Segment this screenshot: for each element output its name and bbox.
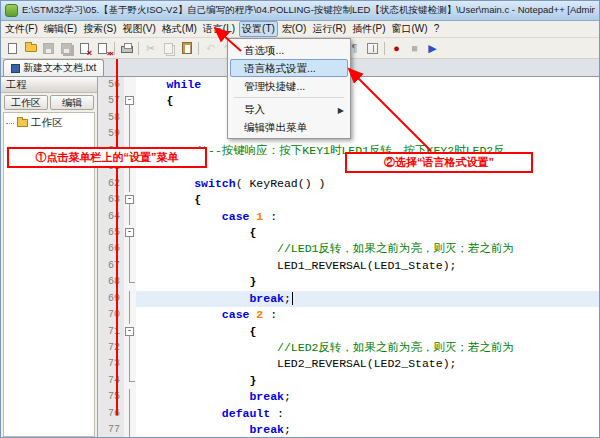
fold-line — [129, 389, 130, 405]
toolbar-separator — [384, 42, 385, 55]
fold-margin — [124, 258, 136, 274]
menu-item-9[interactable]: 运行(R) — [310, 21, 348, 37]
code-text[interactable]: default : — [136, 406, 599, 422]
code-line: 75 break; — [98, 389, 599, 405]
menu-separator — [234, 97, 344, 98]
code-text[interactable] — [136, 110, 599, 126]
fold-margin: - — [124, 225, 136, 241]
code-line: 74 } — [98, 373, 599, 389]
workspace-tree-item[interactable]: 工作区 — [6, 116, 92, 130]
project-panel: 工程 工作区 编辑 工作区 — [1, 77, 98, 438]
fold-margin — [124, 340, 136, 356]
fold-toggle-icon[interactable]: - — [125, 228, 134, 237]
fold-margin — [124, 389, 136, 405]
fold-margin — [124, 373, 136, 389]
code-text[interactable]: //LED1反转，如果之前为亮，则灭；若之前为 — [136, 241, 599, 257]
copy-icon[interactable] — [160, 40, 177, 57]
fold-toggle-icon[interactable]: - — [125, 327, 134, 336]
toolbar-separator — [138, 42, 139, 55]
menu-item-5[interactable]: 格式(M) — [160, 21, 199, 37]
stop-macro-icon[interactable]: ■ — [406, 40, 423, 57]
fold-margin — [124, 307, 136, 323]
code-text[interactable]: { — [136, 225, 599, 241]
close-icon-glyph — [80, 43, 89, 54]
code-text[interactable]: break; — [136, 291, 599, 307]
fold-margin — [124, 356, 136, 372]
code-text[interactable]: } — [136, 274, 599, 290]
title-bar: E:\STM32学习\05.【基于野火ISO-V2】自己编写的程序\04.POL… — [1, 1, 599, 21]
tree-branch-line — [6, 123, 14, 124]
menu-item-6[interactable]: 语言(L) — [201, 21, 237, 37]
menu-item-8[interactable]: 宏(O) — [280, 21, 308, 37]
fold-end-tick — [129, 381, 135, 382]
tab-document[interactable]: 新建文本文档.txt — [3, 59, 104, 76]
code-line: 73 LED2_REVERSAL(LED2_State); — [98, 356, 599, 372]
code-text[interactable]: LED2_REVERSAL(LED2_State); — [136, 356, 599, 372]
save-all-icon[interactable] — [58, 40, 75, 57]
code-line: 64 case 1 : — [98, 209, 599, 225]
fold-margin — [124, 126, 136, 142]
fold-margin — [124, 77, 136, 93]
line-number: 67 — [98, 258, 124, 274]
indent-guide-icon[interactable] — [364, 40, 381, 57]
fold-margin: - — [124, 93, 136, 109]
menu-item-1[interactable]: 文件(F) — [3, 21, 40, 37]
print-icon[interactable] — [118, 40, 135, 57]
menu-item-11[interactable]: 窗口(W) — [390, 21, 430, 37]
edit-button[interactable]: 编辑 — [50, 95, 94, 110]
code-text[interactable]: case 2 : — [136, 307, 599, 323]
menu-item-7[interactable]: 设置(T) — [239, 21, 278, 37]
fold-toggle-icon[interactable]: - — [125, 195, 134, 204]
line-number: 65 — [98, 225, 124, 241]
record-macro-icon[interactable]: ● — [388, 40, 405, 57]
code-text[interactable]: while — [136, 77, 599, 93]
cut-icon[interactable]: ✂ — [142, 40, 159, 57]
save-icon[interactable] — [40, 40, 57, 57]
fold-margin — [124, 110, 136, 126]
settings-menu-item-6[interactable]: 编辑弹出菜单 — [230, 118, 348, 136]
line-number: 70 — [98, 307, 124, 323]
code-text[interactable] — [136, 126, 599, 142]
menu-item-10[interactable]: 插件(P) — [350, 21, 387, 37]
play-macro-icon[interactable]: ▶ — [424, 40, 441, 57]
code-line: 67 LED1_REVERSAL(LED1_State); — [98, 258, 599, 274]
close-icon[interactable] — [76, 40, 93, 57]
code-line: 77 break; — [98, 422, 599, 438]
new-file-icon[interactable] — [4, 40, 21, 57]
settings-menu-item-1[interactable]: 首选项... — [230, 41, 348, 59]
tab-label: 新建文本文档.txt — [23, 61, 96, 75]
paste-icon[interactable] — [178, 40, 195, 57]
open-folder-icon[interactable] — [22, 40, 39, 57]
code-text[interactable]: } — [136, 373, 599, 389]
code-text[interactable]: break; — [136, 389, 599, 405]
settings-menu-item-3[interactable]: 管理快捷键... — [230, 77, 348, 95]
code-line: 68 } — [98, 274, 599, 290]
menu-item-3[interactable]: 搜索(S) — [81, 21, 118, 37]
code-text[interactable]: LED1_REVERSAL(LED1_State); — [136, 258, 599, 274]
settings-menu-item-5[interactable]: 导入▶ — [230, 100, 348, 118]
undo-icon-glyph: ↶ — [206, 43, 215, 54]
toolbar-separator — [114, 42, 115, 55]
fold-line — [129, 176, 130, 192]
fold-line — [129, 422, 130, 438]
code-text[interactable]: switch( KeyRead() ) — [136, 176, 599, 192]
code-text[interactable]: break; — [136, 422, 599, 438]
line-number: 73 — [98, 356, 124, 372]
settings-menu-item-2[interactable]: 语言格式设置... — [230, 59, 348, 77]
workspace-button[interactable]: 工作区 — [4, 95, 48, 110]
line-number: 76 — [98, 406, 124, 422]
line-number: 58 — [98, 110, 124, 126]
code-text[interactable]: case 1 : — [136, 209, 599, 225]
menu-item-12[interactable]: ? — [432, 21, 442, 37]
menu-item-4[interactable]: 视图(V) — [120, 21, 157, 37]
menu-item-2[interactable]: 编辑(E) — [42, 21, 79, 37]
code-text[interactable]: { — [136, 93, 599, 109]
close-all-icon[interactable] — [94, 40, 111, 57]
fold-toggle-icon[interactable]: - — [125, 96, 134, 105]
code-text[interactable]: { — [136, 192, 599, 208]
saved-file-icon — [11, 64, 20, 73]
code-text[interactable]: //LED2反转，如果之前为亮，则灭；若之前为 — [136, 340, 599, 356]
code-text[interactable]: { — [136, 324, 599, 340]
undo-icon[interactable]: ↶ — [202, 40, 219, 57]
line-number: 71 — [98, 324, 124, 340]
